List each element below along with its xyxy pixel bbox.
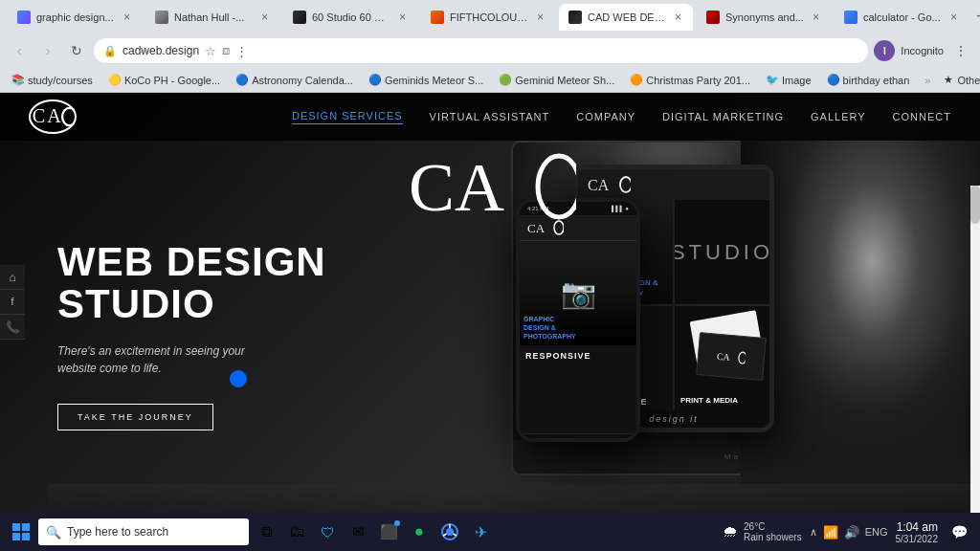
spotify-button[interactable]: ● <box>406 518 433 545</box>
notification-dot <box>394 520 400 526</box>
tab-close-fifth[interactable]: × <box>535 9 546 26</box>
chevron-up-icon[interactable]: ∧ <box>810 526 817 539</box>
bookmark-image[interactable]: 🐦 Image <box>762 72 815 88</box>
mail-button[interactable]: ✉ <box>345 518 371 545</box>
hero-logo-svg: CA <box>404 148 576 225</box>
browser-frame: graphic design... × Nathan Hull -... × 6… <box>0 0 980 551</box>
more-bookmarks[interactable]: » <box>924 75 930 86</box>
home-icon[interactable]: ⌂ <box>0 265 25 290</box>
bookmark-label-koco: KoCo PH - Google... <box>124 75 220 86</box>
weather-temp: 26°C <box>744 521 765 532</box>
scrollbar[interactable] <box>970 186 980 513</box>
network-icon[interactable]: 📶 <box>823 525 838 540</box>
other-bookmarks-label: Other bookmarks <box>957 75 980 86</box>
chrome-button[interactable] <box>436 518 463 545</box>
search-icon: 🔍 <box>46 525 61 540</box>
volume-icon[interactable]: 🔊 <box>844 525 859 540</box>
tab-cad[interactable]: CAD WEB DES... × <box>559 4 693 31</box>
woman-face-area <box>741 141 980 485</box>
tab-synonyms[interactable]: Synonyms and... × <box>697 4 831 31</box>
tab-close-synonyms[interactable]: × <box>811 9 821 26</box>
chrome-icon <box>441 523 458 540</box>
file-explorer-button[interactable]: 🗂 <box>283 518 310 545</box>
taskbar-app1-button[interactable]: ⬛ <box>375 518 402 545</box>
windows-security-button[interactable]: 🛡 <box>314 518 341 545</box>
tab-close-graphic[interactable]: × <box>122 9 132 26</box>
tab-close-calculator[interactable]: × <box>948 9 959 26</box>
nav-connect[interactable]: CONNECT <box>893 111 951 122</box>
taskbar: 🔍 Type here to search ⧉ 🗂 🛡 ✉ ⬛ ● <box>0 513 980 551</box>
bookmark-birthday[interactable]: 🔵 birthday ethan <box>823 72 914 88</box>
weather-widget: 🌧 26°C Rain showers <box>723 521 802 542</box>
bookmark-icon-koco: 🟡 <box>108 74 122 86</box>
svg-text:CA: CA <box>409 149 504 225</box>
bookmark-astronomy[interactable]: 🔵 Astronomy Calenda... <box>232 72 357 88</box>
tab-close-studio60[interactable]: × <box>397 9 408 26</box>
bookmark-geminid2[interactable]: 🟢 Geminid Meteor Sh... <box>495 72 618 88</box>
tab-close-nathan[interactable]: × <box>259 9 270 26</box>
bookmark-icon-study: 📚 <box>11 74 25 86</box>
search-bar[interactable]: 🔍 Type here to search <box>38 518 249 545</box>
bookmark-label-geminids: Geminids Meteor S... <box>385 75 483 86</box>
tab-label-calculator: calculator - Go... <box>863 11 943 23</box>
keyboard-area <box>48 484 980 513</box>
nav-company[interactable]: COMPANY <box>576 111 635 122</box>
tab-label-studio60: 60 Studio 60 Des... <box>312 11 391 23</box>
other-bookmarks[interactable]: ★ Other bookmarks <box>938 72 980 88</box>
puzzle-icon[interactable]: ⧈ <box>222 43 230 58</box>
browser-menu-button[interactable]: ⋮ <box>949 39 972 62</box>
card-dark: CA <box>696 332 767 381</box>
telegram-button[interactable]: ✈ <box>467 518 494 545</box>
hero-subtext: There's an excitement in seeing your web… <box>57 342 249 377</box>
tab-studio60[interactable]: 60 Studio 60 Des... × <box>283 4 417 31</box>
svg-text:CA: CA <box>717 350 732 362</box>
svg-rect-12 <box>12 533 20 540</box>
profile-menu-icon[interactable]: ⋮ <box>235 44 248 58</box>
incognito-label: Incognito <box>901 45 944 56</box>
address-bar[interactable]: 🔒 cadweb.design ☆ ⧈ ⋮ <box>94 38 868 63</box>
reload-button[interactable]: ↻ <box>65 39 88 62</box>
tablet-header: CA <box>578 169 769 200</box>
facebook-icon[interactable]: f <box>0 290 25 315</box>
start-button[interactable] <box>8 518 34 545</box>
bookmark-icon-christmas: 🟠 <box>630 74 643 86</box>
svg-line-17 <box>454 534 457 536</box>
forward-button[interactable]: › <box>36 39 59 62</box>
bookmark-christmas[interactable]: 🟠 Christmas Party 201... <box>626 72 754 88</box>
tab-calculator[interactable]: calculator - Go... × <box>835 4 969 31</box>
nav-gallery[interactable]: GALLERY <box>811 111 866 122</box>
tab-favicon-graphic <box>17 11 31 24</box>
back-button[interactable]: ‹ <box>8 39 31 62</box>
scrollbar-thumb[interactable] <box>970 186 980 224</box>
nav-design-services[interactable]: DESIGN SERVICES <box>292 110 403 124</box>
weather-condition: Rain showers <box>744 532 802 542</box>
bookmark-geminids[interactable]: 🔵 Geminids Meteor S... <box>365 72 487 88</box>
system-clock[interactable]: 1:04 am 5/31/2022 <box>896 520 939 544</box>
profile-avatar[interactable]: I <box>874 40 895 61</box>
phone-icon[interactable]: 📞 <box>0 315 25 340</box>
bookmark-koco[interactable]: 🟡 KoCo PH - Google... <box>104 72 224 88</box>
tab-label-nathan: Nathan Hull -... <box>174 11 254 23</box>
cta-button[interactable]: TAKE THE JOURNEY <box>57 404 213 430</box>
svg-point-3 <box>538 156 576 217</box>
tab-favicon-nathan <box>155 11 168 24</box>
tab-fifth[interactable]: FIFTHCOLOUR... × <box>421 4 555 31</box>
tab-favicon-cad <box>568 11 582 24</box>
blue-dot-decoration <box>230 370 247 387</box>
nav-digital-marketing[interactable]: DIGITAL MARKETING <box>662 111 784 122</box>
new-tab-button[interactable]: + <box>976 7 980 27</box>
task-view-button[interactable]: ⧉ <box>253 518 279 545</box>
star-icon[interactable]: ☆ <box>205 44 216 58</box>
site-logo[interactable]: CA <box>29 99 77 134</box>
tab-close-cad[interactable]: × <box>673 9 683 26</box>
weather-info: 26°C Rain showers <box>744 521 802 542</box>
clock-date: 5/31/2022 <box>896 534 939 544</box>
notification-center-button[interactable]: 💬 <box>946 518 972 545</box>
language-label[interactable]: ENG <box>865 526 888 538</box>
nav-virtual-assistant[interactable]: VIRTUAL ASSISTANT <box>430 111 550 122</box>
woman-lower <box>741 347 980 485</box>
bookmark-study[interactable]: 📚 study/courses <box>8 72 97 88</box>
tab-nathan[interactable]: Nathan Hull -... × <box>145 4 279 31</box>
address-text: cadweb.design <box>122 44 199 57</box>
tab-graphic[interactable]: graphic design... × <box>8 4 142 31</box>
